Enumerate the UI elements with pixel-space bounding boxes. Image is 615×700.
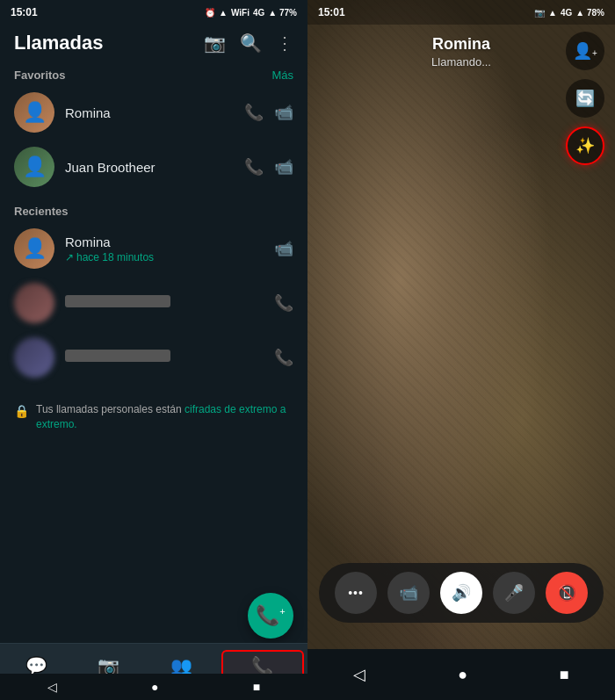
- video-icon-ctrl: 📹: [399, 583, 418, 603]
- signal-right-icon: ▲: [548, 8, 557, 18]
- end-call-icon: 📵: [557, 583, 576, 603]
- call-controls: ••• 📹 🔊 🎤 📵: [319, 563, 604, 623]
- video-call-icon-romina-recent[interactable]: 📹: [274, 239, 293, 258]
- status-icons-right: 📷 ▲ 4G ▲ 78%: [534, 8, 604, 18]
- status-bar-left: 15:01 ⏰ ▲ WiFi 4G ▲ 77%: [0, 0, 308, 25]
- recent-actions-blurred-1: 📞: [274, 293, 293, 313]
- contact-name-romina-fav: Romina: [65, 105, 244, 120]
- switch-camera-button[interactable]: 🔄: [566, 79, 604, 118]
- blurred-name-2: [65, 350, 170, 362]
- add-contact-icon: 👤+: [573, 41, 597, 61]
- recent-time-romina: ↗ hace 18 minutos: [65, 251, 274, 263]
- recent-item-blurred-1[interactable]: 📞: [0, 276, 308, 330]
- sys-nav-right: ◁ ● ■: [308, 649, 615, 700]
- more-options-icon: •••: [348, 586, 364, 600]
- network-icon: 4G: [253, 8, 264, 18]
- mute-button[interactable]: 🎤: [493, 572, 535, 614]
- contact-actions-juan: 📞 📹: [244, 157, 293, 177]
- battery-right: ▲ 78%: [575, 8, 604, 18]
- contact-actions-romina-fav: 📞 📹: [244, 103, 293, 122]
- favorites-header: Favoritos Más: [0, 61, 308, 85]
- recent-button-left[interactable]: ■: [253, 680, 260, 694]
- contact-item-juan[interactable]: 👤 Juan Brootheer 📞 📹: [0, 140, 308, 194]
- call-right-actions: 👤+ 🔄 ✨: [566, 25, 604, 165]
- recent-actions-blurred-2: 📞: [274, 348, 293, 367]
- voice-call-icon-juan[interactable]: 📞: [244, 157, 264, 177]
- network-right-icon: 4G: [561, 8, 572, 18]
- header-icons: 📷 🔍 ⋮: [204, 32, 293, 54]
- fab-icon: 📞+: [256, 604, 285, 627]
- menu-button[interactable]: ⋮: [276, 32, 293, 54]
- voice-call-icon-romina-fav[interactable]: 📞: [244, 103, 264, 122]
- back-button-right[interactable]: ◁: [353, 665, 365, 684]
- avatar-blurred-1: [14, 283, 54, 323]
- contact-info-romina-fav: Romina: [65, 105, 244, 120]
- recent-time-text: hace 18 minutos: [76, 251, 154, 263]
- battery-left: ▲ 77%: [268, 8, 297, 18]
- back-button-left[interactable]: ◁: [47, 680, 57, 694]
- signal-icon: ▲: [219, 8, 228, 18]
- time-left: 15:01: [11, 6, 38, 18]
- page-title: Llamadas: [14, 32, 104, 54]
- avatar-icon-romina-recent: 👤: [23, 237, 47, 260]
- recent-info-blurred-1: [65, 295, 274, 311]
- contact-item-romina-fav[interactable]: 👤 Romina 📞 📹: [0, 85, 308, 140]
- recent-item-blurred-2[interactable]: 📞: [0, 330, 308, 385]
- switch-camera-icon: 🔄: [575, 89, 595, 108]
- avatar-juan: 👤: [14, 147, 54, 187]
- recent-info-blurred-2: [65, 350, 274, 365]
- voice-call-icon-blurred-2[interactable]: 📞: [274, 348, 293, 367]
- recent-button-right[interactable]: ■: [560, 666, 569, 684]
- recent-item-romina[interactable]: 👤 Romina ↗ hace 18 minutos 📹: [0, 221, 308, 276]
- time-right: 15:01: [318, 6, 345, 18]
- search-button[interactable]: 🔍: [240, 32, 262, 54]
- contact-info-juan: Juan Brootheer: [65, 160, 244, 175]
- camera-button[interactable]: 📷: [204, 32, 226, 54]
- mute-icon: 🎤: [504, 583, 524, 603]
- right-panel: 15:01 📷 ▲ 4G ▲ 78% Romina Llamando... 👤+…: [308, 0, 615, 700]
- voice-call-icon-blurred-1[interactable]: 📞: [274, 293, 293, 313]
- add-contact-button[interactable]: 👤+: [566, 32, 604, 70]
- encryption-static-text: Tus llamadas personales están: [36, 403, 184, 415]
- lock-icon: 🔒: [14, 404, 29, 418]
- new-call-fab[interactable]: 📞+: [248, 593, 293, 639]
- header-left: Llamadas 📷 🔍 ⋮: [0, 25, 308, 61]
- avatar-romina-recent: 👤: [14, 228, 54, 269]
- encryption-text: Tus llamadas personales están cifradas d…: [36, 402, 293, 432]
- avatar-romina-fav: 👤: [14, 92, 54, 133]
- favorites-label: Favoritos: [14, 69, 66, 82]
- end-call-button[interactable]: 📵: [546, 572, 588, 614]
- avatar-icon-juan: 👤: [23, 155, 47, 178]
- home-button-right[interactable]: ●: [458, 666, 467, 684]
- effects-icon: ✨: [575, 136, 595, 155]
- speaker-button[interactable]: 🔊: [440, 572, 482, 614]
- sys-nav-left: ◁ ● ■: [0, 674, 308, 700]
- avatar-blurred-2: [14, 337, 54, 378]
- camera-active-icon: 📷: [534, 8, 545, 18]
- recent-name-romina: Romina: [65, 235, 274, 249]
- speaker-icon: 🔊: [452, 583, 471, 603]
- home-button-left[interactable]: ●: [151, 680, 158, 694]
- encryption-notice: 🔒 Tus llamadas personales están cifradas…: [0, 385, 308, 443]
- status-icons-left: ⏰ ▲ WiFi 4G ▲ 77%: [205, 8, 297, 18]
- call-status: Llamando...: [431, 55, 491, 69]
- contact-name-juan: Juan Brootheer: [65, 160, 244, 175]
- effects-button[interactable]: ✨: [566, 126, 604, 165]
- wifi-icon: WiFi: [231, 8, 250, 18]
- left-panel: 15:01 ⏰ ▲ WiFi 4G ▲ 77% Llamadas 📷 🔍 ⋮ F…: [0, 0, 308, 700]
- video-call-icon-juan[interactable]: 📹: [274, 157, 293, 177]
- status-bar-right: 15:01 📷 ▲ 4G ▲ 78%: [308, 0, 615, 25]
- avatar-icon-romina: 👤: [23, 101, 47, 124]
- video-call-icon-romina-fav[interactable]: 📹: [274, 103, 293, 122]
- recent-actions-romina: 📹: [274, 239, 293, 258]
- blurred-name-1: [65, 295, 170, 307]
- more-options-button[interactable]: •••: [335, 572, 377, 614]
- call-controls-wrapper: ••• 📹 🔊 🎤 📵: [308, 563, 615, 623]
- alarm-icon: ⏰: [205, 8, 215, 18]
- call-contact-name: Romina: [432, 35, 490, 54]
- mas-link[interactable]: Más: [271, 69, 293, 82]
- arrow-icon: ↗: [65, 251, 74, 263]
- recents-label: Recientes: [0, 194, 308, 221]
- recent-info-romina: Romina ↗ hace 18 minutos: [65, 235, 274, 263]
- video-button[interactable]: 📹: [387, 572, 430, 614]
